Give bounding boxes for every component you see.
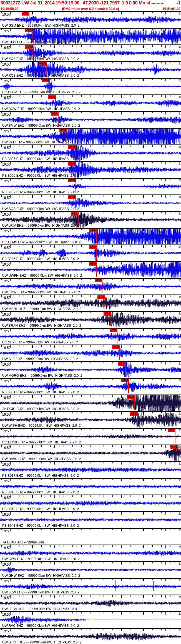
trace-list: 19:50 1: ×T 4 UW.GSM EHZ -- 99999.0km BW… [0,11,181,644]
time-window-bar: 19:49:59.00 (RMS noise over 6.0 s scaled… [0,7,181,11]
trace-row: 19:50 1: ×T 4 PB.B926 EHZ -- 99999.0km B… [0,244,181,261]
pick-flag[interactable]: ×T 4 [39,62,47,66]
station-label: PB.B007 EHZ -- 99999.0km BW HIGHPASS 2.0… [2,190,79,194]
station-label: PB.B926 EHZ -- 99999.0km BW HIGHPASS 2.0… [2,257,79,261]
pick-flag[interactable]: ×T 4 [68,195,76,199]
row-end-time-label: 1: [179,95,181,98]
pick-flag[interactable]: ×T 4 [170,445,178,449]
trace-row: 19:50 1: PB.B019 EHZ -- 99999.0km BW HIG… [0,495,181,511]
trace-row: 19:50 1: ×T 4 UW.MORO EHZ -- 99999.0km B… [0,361,181,378]
row-start-time-label: 19:50 [2,279,11,283]
row-end-time-label: 1: [179,128,181,132]
pick-flag[interactable]: ×T 4 [51,112,58,116]
row-start-time-label: 19:50 [2,613,11,616]
row-end-time-label: 1: [179,562,181,565]
trace-row: 19:50 1: ×T 4 UW.GSM EHZ -- 99999.0km BW… [0,11,181,28]
pick-flag[interactable]: ×T 4 [112,345,119,349]
row-start-time-label: 19:50 [2,346,11,350]
row-start-time-label: 19:50 [2,579,11,583]
pick-flag[interactable]: ×T 4 [71,212,78,216]
station-label: UW.FMW EHZ -- 99999.0km BW HIGHPASS 2.0 … [2,290,80,294]
station-label: UW.VAT EHZ -- 99999.0km BW HIGHPASS 2.0 … [2,140,78,144]
station-label: UW.SLF EHZ -- 99999.0km BW HIGHPASS 2.0 … [2,357,78,361]
trace-row: 19:50 1: ×T 4 UO.BUCK BHZ -- 99999.0km B… [0,428,181,445]
row-end-time-label: 1: [179,78,181,82]
trace-row: 19:50 1: ×T 4 UW.SLF EHZ -- 99999.0km BW… [0,345,181,361]
window-start-time: 19:49:59.00 [1,7,19,11]
station-label: PB.B019 EHZ -- 99999.0km BW HIGHPASS 2.0… [2,507,79,511]
pick-flag[interactable]: ×T 4 [68,162,76,166]
trace-row: 19:50 1: ×T 4 UW.UWFH EHZ -- 99999.0km B… [0,261,181,278]
trace-row: 19:50 1: UW.LEBA HHZ -- 99999.0km BW HIG… [0,595,181,611]
row-end-time-label: 1: [179,12,181,15]
row-start-time-label: 19:50 [2,29,11,33]
row-end-time-label: 1: [179,345,181,348]
station-label: UW.BRAN BHZ -- 99999.0km BW HIGHPASS 2.0… [2,324,81,328]
pick-flag[interactable]: ×T 4 [68,179,76,182]
row-start-time-label: 19:50 [2,263,11,266]
row-end-time-label: 1: [179,428,181,432]
station-label: TA.E04D BHZ -- 99999.0km BW HIGHPASS 2.0… [2,407,79,411]
window-end-time: 19:51:01.00 [162,7,180,11]
trace-row: 19:50 1: UW.GHW EHZ -- 99999.0km BW HIGH… [0,561,181,578]
pick-flag[interactable]: ×T 4 [110,329,117,332]
trace-row: 19:50 1: ×T 4 UW.VAT EHZ -- 99999.0km BW… [0,128,181,144]
station-label: UW.LEBA HHZ -- 99999.0km BW HIGHPASS 2.0… [2,607,81,611]
pick-flag[interactable]: ×T 4 [104,312,111,316]
station-label: UW.KOS EHZ -- 99999.0km BW HIGHPASS 2.0 … [2,57,79,61]
row-end-time-label: 1: [179,195,181,198]
row-end-time-label: 1: [179,62,181,65]
pick-flag[interactable]: ×T 4 [89,262,97,266]
row-end-time-label: 1: [179,145,181,148]
pick-flag[interactable]: ×T 4 [130,412,137,416]
row-end-time-label: 1: [179,295,181,298]
row-end-time-label: 1: [179,312,181,315]
pick-flag[interactable]: ×T 4 [89,229,96,232]
trace-row: 19:50 1: TA.D04D BHZ -- 99999.0km [0,528,181,545]
pick-flag[interactable]: ×T 4 [68,145,76,149]
seismic-waveform-viewer: 60831272 UW Jul 31, 2014 19:50:19.00 47.… [0,0,181,644]
pick-flag[interactable]: ×T 4 [121,379,129,382]
pick-flag[interactable]: ×T 4 [127,395,135,399]
row-start-time-label: 19:50 [2,129,11,133]
trace-row: 19:50 1: ×T 4 PB.B005 EHZ -- 99999.0km B… [0,144,181,161]
trace-row: 19:50 1: ×T 4 UW.WISH BHZ -- 99999.0km B… [0,411,181,428]
trace-row: 19:50 1: ×T 4 CC.SEP EHZ -- 99999.0km BW… [0,328,181,345]
row-end-time-label: 1: [179,528,181,532]
station-label: UW.RCS EHZ -- 99999.0km BW HIGHPASS 2.0 … [2,74,79,78]
station-label: PB.B031 EHZ -- 99999.0km BW HIGHPASS 2.0… [2,390,79,394]
row-start-time-label: 19:50 [2,396,11,400]
trace-row: 19:50 1: ×T 4 PB.B031 EHZ -- 99999.0km B… [0,378,181,395]
row-end-time-label: 1: [179,612,181,615]
trace-row: 19:50 1: UW.LCW EHZ -- 99999.0km BW HIGH… [0,578,181,595]
trace-row: 19:50 1: ×T 4 UW.BOW EHZ -- 99999.0km BW… [0,94,181,111]
pick-flag[interactable]: ×T 4 [89,245,96,249]
row-end-time-label: 1: [179,228,181,232]
trace-row: 19:50 1: ×T 4 UW.FMW EHZ -- 99999.0km BW… [0,278,181,294]
row-end-time-label: 1: [179,378,181,382]
station-label: CC.CLCV EHZ -- 99999.0km BW HIGHPASS 2.0… [2,90,80,94]
station-label: UW.GLDO EHZ -- 99999.0km BW HIGHPASS 2.0… [2,40,81,44]
row-start-time-label: 19:50 [2,229,11,233]
pick-flag[interactable]: ×T 4 [59,129,67,132]
pick-flag[interactable]: ×T 4 [118,362,125,366]
pick-flag[interactable]: ×T 4 [168,429,175,432]
pick-flag[interactable]: ×T 4 [42,79,50,82]
event-flag-value: -1 [177,0,180,6]
pick-flag[interactable]: ×T 4 [97,295,105,299]
row-end-time-label: 1: [179,278,181,282]
pick-flag[interactable]: ×T 4 [25,45,32,49]
pick-flag[interactable]: ×T 4 [25,29,32,32]
station-label: PB.B017 EHZ -- 99999.0km BW HIGHPASS 2.0… [2,474,79,478]
station-label: UO.BUCK BHZ -- 99999.0km BW HIGHPASS 2.0… [2,440,81,444]
station-label: UW.BOW EHZ -- 99999.0km BW HIGHPASS 2.0 … [2,107,80,111]
station-label: UW.LRIV BHZ -- 99999.0km BW HIGHPASS 2.0… [2,224,79,228]
station-label: CC.CLMS EHZ -- 99999.0km BW HIGHPASS 2.0… [2,240,81,244]
pick-flag[interactable]: ×T 4 [48,95,56,99]
pick-flag[interactable]: ×T 4 [95,279,102,282]
pick-flag[interactable]: ×T 4 [22,12,29,16]
row-end-time-label: 1: [179,328,181,332]
row-end-time-label: 1: [179,245,181,248]
row-end-time-label: 1: [179,495,181,498]
row-start-time-label: 19:50 [2,213,11,216]
